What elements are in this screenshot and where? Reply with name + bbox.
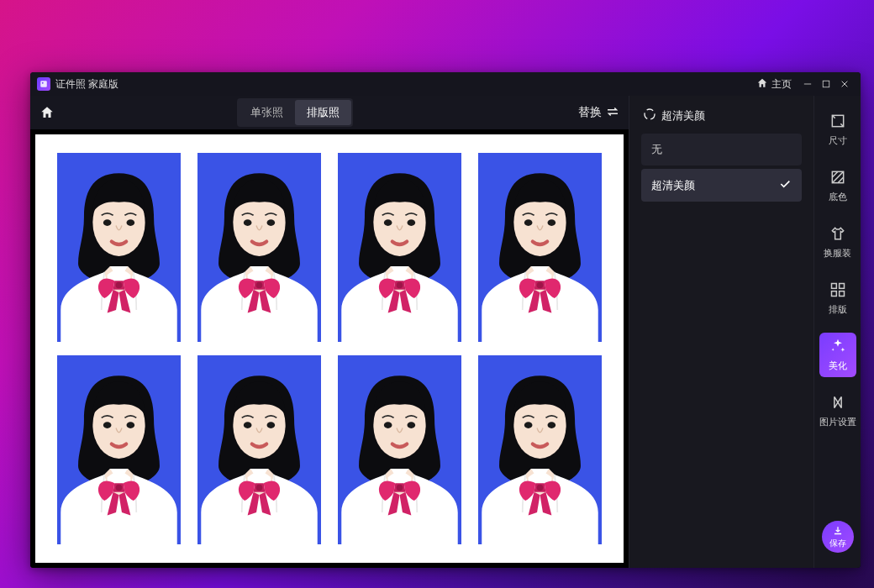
close-button[interactable] xyxy=(835,76,854,92)
id-photo[interactable] xyxy=(338,355,461,544)
nav-label: 尺寸 xyxy=(829,134,847,147)
nav-rail: 尺寸底色换服装排版美化图片设置保存 xyxy=(813,96,861,568)
layout-icon xyxy=(829,281,846,300)
svg-rect-3 xyxy=(823,81,829,87)
svg-rect-10 xyxy=(839,291,844,297)
photo-cell xyxy=(49,349,189,551)
id-photo[interactable] xyxy=(478,355,602,544)
titlebar-home-label: 主页 xyxy=(771,77,792,92)
main-area: 单张照 排版照 替换 xyxy=(30,96,861,568)
home-icon xyxy=(756,77,768,92)
outfit-icon xyxy=(829,225,846,244)
nav-item-layout[interactable]: 排版 xyxy=(819,276,856,321)
nav-item-size[interactable]: 尺寸 xyxy=(819,108,856,152)
titlebar-home-link[interactable]: 主页 xyxy=(756,77,792,92)
photo-cell xyxy=(189,146,329,349)
photo-cell xyxy=(49,146,189,349)
photo-cell xyxy=(470,146,610,349)
svg-rect-2 xyxy=(804,84,811,85)
nav-item-bg[interactable]: 底色 xyxy=(819,164,856,208)
tab-sheet[interactable]: 排版照 xyxy=(295,100,351,125)
maximize-button[interactable] xyxy=(817,76,835,92)
id-photo[interactable] xyxy=(338,153,461,342)
save-label: 保存 xyxy=(829,538,846,549)
nav-label: 底色 xyxy=(829,191,847,203)
id-photo[interactable] xyxy=(197,153,321,342)
save-button[interactable]: 保存 xyxy=(822,521,854,553)
tab-single[interactable]: 单张照 xyxy=(239,100,295,125)
toolbar-home-button[interactable] xyxy=(39,104,55,121)
id-photo[interactable] xyxy=(197,355,321,544)
option-list: 无超清美颜 xyxy=(641,134,802,202)
canvas-column: 单张照 排版照 替换 xyxy=(30,96,629,568)
nav-label: 排版 xyxy=(829,303,847,316)
svg-rect-8 xyxy=(839,284,844,289)
nav-label: 图片设置 xyxy=(819,416,856,428)
photo-cell xyxy=(329,349,470,551)
app-window: 证件照 家庭版 主页 单张照 排版照 xyxy=(30,72,861,568)
svg-rect-0 xyxy=(40,81,47,87)
app-icon xyxy=(37,77,50,91)
svg-point-4 xyxy=(645,109,655,119)
replace-label: 替换 xyxy=(578,105,602,120)
panel-title: 超清美颜 xyxy=(661,108,705,123)
photo-cell xyxy=(329,146,470,349)
beauty-option[interactable]: 无 xyxy=(641,134,802,165)
id-photo[interactable] xyxy=(57,355,181,544)
svg-rect-7 xyxy=(831,284,836,289)
canvas-area xyxy=(30,129,629,568)
id-photo[interactable] xyxy=(478,153,602,342)
svg-rect-9 xyxy=(831,291,836,297)
swap-icon xyxy=(605,104,620,122)
canvas-toolbar: 单张照 排版照 替换 xyxy=(30,96,629,129)
nav-label: 美化 xyxy=(829,360,847,372)
app-title: 证件照 家庭版 xyxy=(55,77,118,92)
beauty-option[interactable]: 超清美颜 xyxy=(641,169,802,202)
titlebar: 证件照 家庭版 主页 xyxy=(30,72,861,96)
nav-item-outfit[interactable]: 换服装 xyxy=(819,220,856,265)
imgset-icon xyxy=(829,394,846,412)
svg-point-1 xyxy=(42,82,44,84)
minimize-button[interactable] xyxy=(798,76,817,92)
id-photo[interactable] xyxy=(57,153,181,342)
photo-cell xyxy=(470,349,610,551)
nav-item-imgset[interactable]: 图片设置 xyxy=(819,389,856,433)
sparkle-loading-icon xyxy=(643,108,656,123)
photo-cell xyxy=(189,349,329,551)
size-icon xyxy=(829,113,846,131)
option-label: 无 xyxy=(651,142,662,157)
replace-button[interactable]: 替换 xyxy=(578,104,620,122)
panel-title-row: 超清美颜 xyxy=(641,108,802,134)
bg-icon xyxy=(829,169,846,187)
view-tabs: 单张照 排版照 xyxy=(237,98,353,127)
check-icon xyxy=(778,177,792,193)
beautify-icon xyxy=(829,338,846,356)
side-panel: 超清美颜 无超清美颜 xyxy=(629,96,813,568)
nav-item-beautify[interactable]: 美化 xyxy=(819,333,856,377)
photo-sheet xyxy=(35,134,624,563)
nav-label: 换服装 xyxy=(824,247,851,260)
option-label: 超清美颜 xyxy=(651,178,695,193)
